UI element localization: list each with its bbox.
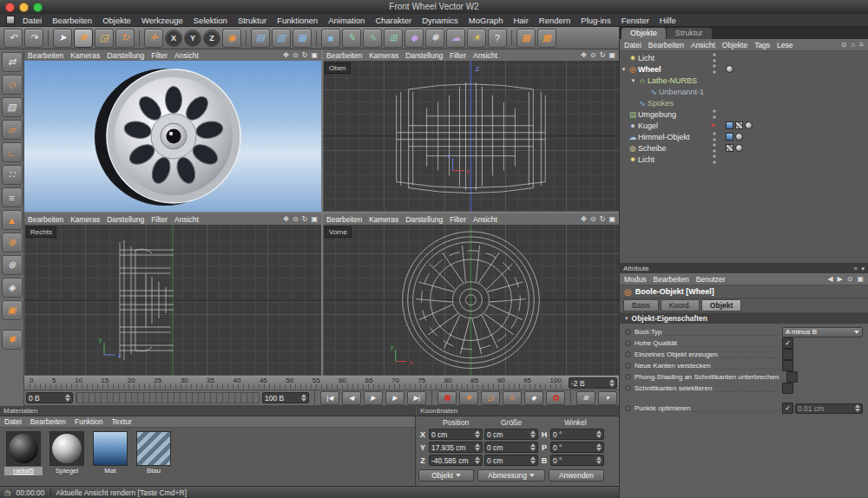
range-end-stepper[interactable]	[300, 394, 306, 402]
add-nurbs-button[interactable]: ∿	[363, 29, 382, 48]
vp-menu-filter[interactable]: Filter	[450, 51, 466, 60]
punkte-optimieren-field[interactable]: 0.01 cm	[795, 403, 863, 414]
om-menu-icon[interactable]: ≡	[859, 41, 864, 49]
om-menu-tags[interactable]: Tags	[754, 41, 770, 49]
smoothing-tag-icon[interactable]	[745, 121, 753, 129]
vp-zoom-icon[interactable]: ⊙	[293, 51, 299, 59]
polygons-mode-button[interactable]: ▲	[2, 210, 23, 230]
record-rotation-button[interactable]: ↻	[503, 391, 522, 405]
attr-forward-icon[interactable]: ▶	[838, 275, 843, 283]
coordinate-system-button[interactable]: ◉	[222, 29, 241, 48]
attr-lock-icon[interactable]: ▣	[857, 275, 864, 283]
position-y-field[interactable]: 17.935 cm	[429, 442, 483, 453]
vp-pan-icon[interactable]: ✥	[283, 215, 289, 223]
tab-koord[interactable]: Koord.	[661, 299, 700, 311]
hohe-qualitaet-checkbox[interactable]: ✓	[782, 337, 793, 349]
apply-button[interactable]: Anwenden	[549, 469, 604, 482]
tree-row-umgebung[interactable]: ▤ Umgebung	[620, 108, 868, 120]
front-view-canvas[interactable]: Vorne	[323, 225, 619, 376]
palette-extra-button[interactable]: ✱	[2, 330, 23, 350]
menu-hilfe[interactable]: Hilfe	[654, 16, 681, 25]
perspective-canvas[interactable]	[24, 61, 321, 212]
tab-objekte[interactable]: Objekte	[621, 28, 666, 39]
menu-objekte[interactable]: Objekte	[97, 16, 136, 25]
vp-menu-darstellung[interactable]: Darstellung	[405, 51, 443, 60]
object-properties-section[interactable]: ▾ Objekt-Eigenschaften	[620, 313, 868, 324]
vp-menu-kameras[interactable]: Kameras	[70, 215, 100, 224]
points-mode-button[interactable]: ∷	[2, 165, 23, 185]
phong-shading-checkbox[interactable]	[786, 371, 798, 383]
visibility-dots[interactable]	[712, 52, 717, 63]
record-position-button[interactable]: ✥	[459, 391, 478, 405]
angle-b-field[interactable]: 0 °	[550, 455, 604, 466]
tree-row-spokes[interactable]: ∿ Spokes	[620, 97, 868, 108]
range-start-field[interactable]: 0 B	[26, 392, 73, 403]
visibility-dots[interactable]	[712, 63, 717, 75]
expand-icon[interactable]: ▾	[620, 66, 628, 73]
om-menu-objekte[interactable]: Objekte	[722, 41, 747, 49]
menu-hair[interactable]: Hair	[508, 16, 533, 25]
redo-button[interactable]: ↷	[24, 29, 43, 48]
tree-row-wheel[interactable]: ▾ ◎ Wheel	[620, 63, 868, 75]
vp-menu-bearbeiten[interactable]: Bearbeiten	[28, 51, 63, 60]
mat-menu-bearbeiten[interactable]: Bearbeiten	[30, 417, 66, 426]
texture-tag-icon[interactable]	[726, 121, 733, 129]
record-keyframe-button[interactable]	[437, 391, 457, 405]
live-selection-button[interactable]: ➤	[53, 29, 72, 48]
lock-y-axis-button[interactable]: Y	[184, 29, 201, 47]
schnittkanten-checkbox[interactable]	[782, 383, 793, 394]
om-menu-lesezeichen[interactable]: Lese	[777, 41, 792, 49]
angle-h-field[interactable]: 0 °	[550, 429, 604, 440]
visibility-dots[interactable]	[712, 142, 717, 154]
menu-rendern[interactable]: Rendern	[534, 16, 575, 25]
menu-bearbeiten[interactable]: Bearbeiten	[47, 16, 97, 25]
smoothing-tag-icon[interactable]	[735, 144, 743, 152]
attr-menu-icon[interactable]: ≡	[853, 265, 857, 272]
render-settings-button[interactable]: ▦	[293, 29, 312, 48]
attr-menu-bearbeiten[interactable]: Bearbeiten	[654, 275, 689, 284]
vp-orbit-icon[interactable]: ↻	[302, 51, 308, 59]
vp-pan-icon[interactable]: ✥	[581, 51, 587, 59]
material-item[interactable]: Blau	[135, 431, 173, 475]
vp-zoom-icon[interactable]: ⊙	[590, 215, 596, 223]
attr-back-icon[interactable]: ◀	[827, 275, 832, 283]
measure-mode-dropdown[interactable]: Abmessung	[477, 469, 545, 482]
add-spline-button[interactable]: ✎	[342, 29, 361, 48]
add-deformer-button[interactable]: ◆	[404, 29, 424, 48]
add-array-button[interactable]: ⊞	[384, 29, 403, 48]
expand-icon[interactable]: ▾	[629, 77, 637, 84]
vp-zoom-icon[interactable]: ⊙	[590, 51, 596, 59]
einzelnes-objekt-checkbox[interactable]	[782, 349, 793, 360]
record-scale-button[interactable]: ◲	[481, 391, 500, 405]
vp-menu-kameras[interactable]: Kameras	[369, 51, 398, 60]
vp-maximize-icon[interactable]: ▣	[311, 215, 318, 223]
workplane-grid-button[interactable]: ▦	[516, 29, 536, 48]
vp-menu-filter[interactable]: Filter	[151, 51, 168, 60]
timeline-layout-button[interactable]: ⊞	[576, 391, 595, 405]
menu-funktionen[interactable]: Funktionen	[272, 16, 323, 25]
angle-p-field[interactable]: 0 °	[550, 442, 604, 453]
add-particles-button[interactable]: ❄	[425, 29, 444, 48]
vp-menu-filter[interactable]: Filter	[151, 215, 168, 224]
timeline-menu-button[interactable]: ▾	[598, 391, 617, 405]
add-environment-button[interactable]: ☁	[446, 29, 465, 48]
vp-menu-bearbeiten[interactable]: Bearbeiten	[326, 51, 362, 60]
mat-menu-datei[interactable]: Datei	[4, 417, 22, 426]
visibility-dots[interactable]	[712, 131, 717, 142]
visibility-off-icon[interactable]: ✕	[710, 121, 716, 129]
punkte-optimieren-checkbox[interactable]: ✓	[782, 403, 793, 414]
bool-typ-dropdown[interactable]: A minus B	[782, 327, 863, 337]
position-z-field[interactable]: -40.585 cm	[429, 455, 483, 466]
workplane-mode-button[interactable]: ▱	[2, 120, 23, 140]
vp-menu-darstellung[interactable]: Darstellung	[405, 215, 443, 224]
model-mode-button[interactable]: ◇	[2, 75, 23, 95]
vp-menu-kameras[interactable]: Kameras	[369, 215, 398, 224]
edges-mode-button[interactable]: ≡	[2, 187, 23, 207]
om-home-icon[interactable]: ⌂	[851, 41, 855, 49]
material-item[interactable]: Spiegel	[48, 431, 86, 475]
tree-row-lathe-nurbs[interactable]: ▾ ∩ Lathe-NURBS	[620, 75, 868, 86]
mat-menu-textur[interactable]: Textur	[112, 417, 132, 426]
move-tool-button[interactable]: ✥	[74, 29, 93, 48]
tree-row-himmel-objekt[interactable]: ☁ Himmel-Objekt	[620, 131, 868, 142]
menu-fenster[interactable]: Fenster	[616, 16, 654, 25]
